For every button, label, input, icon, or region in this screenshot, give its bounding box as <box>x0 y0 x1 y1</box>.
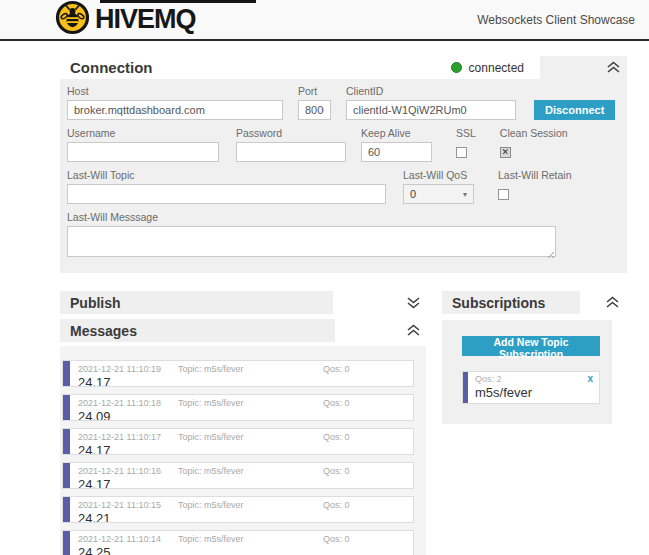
message-color-bar <box>63 463 70 488</box>
clientid-label: ClientID <box>346 85 516 97</box>
message-payload: 24.25 <box>78 545 407 555</box>
message-qos: Qos: 0 <box>323 466 350 476</box>
message-qos: Qos: 0 <box>323 500 350 510</box>
message-payload: 24.17 <box>78 477 407 489</box>
message-topic: Topic: m5s/fever <box>178 534 323 544</box>
message-qos: Qos: 0 <box>323 398 350 408</box>
last-will-qos-select[interactable]: 0 ▾ <box>403 184 474 204</box>
last-will-topic-label: Last-Will Topic <box>67 169 386 181</box>
message-topic: Topic: m5s/fever <box>178 466 323 476</box>
subscriptions-title: Subscriptions <box>452 295 545 311</box>
remove-subscription-button[interactable]: x <box>587 374 593 384</box>
last-will-topic-input[interactable] <box>67 184 386 204</box>
keep-alive-input[interactable] <box>361 142 432 162</box>
host-label: Host <box>67 85 283 97</box>
message-timestamp: 2021-12-21 11:10:19 <box>78 364 178 374</box>
last-will-retain-checkbox[interactable] <box>498 189 509 200</box>
messages-list: 2021-12-21 11:10:19 Topic: m5s/fever Qos… <box>60 346 426 555</box>
message-qos: Qos: 0 <box>323 534 350 544</box>
messages-collapse-chevron-up-icon[interactable] <box>406 319 421 342</box>
connection-title: Connection <box>60 56 153 79</box>
port-input[interactable] <box>298 100 331 120</box>
clientid-input[interactable] <box>346 100 516 120</box>
connection-header: Connection connected <box>60 56 627 79</box>
connection-form: Host Port ClientID Disconnect Username <box>60 79 627 273</box>
username-label: Username <box>67 127 219 139</box>
hivemq-wordmark: HIVEMQ <box>95 4 196 35</box>
message-card: 2021-12-21 11:10:19 Topic: m5s/fever Qos… <box>62 360 414 387</box>
connection-status-badge: connected <box>441 56 540 79</box>
messages-header: Messages <box>60 319 426 342</box>
last-will-message-label: Last-Will Messsage <box>67 211 556 223</box>
message-topic: Topic: m5s/fever <box>178 398 323 408</box>
message-topic: Topic: m5s/fever <box>178 432 323 442</box>
subscription-card: Qos: 2 x m5s/fever <box>462 371 600 404</box>
message-card: 2021-12-21 11:10:17 Topic: m5s/fever Qos… <box>62 428 414 455</box>
subscriptions-header: Subscriptions <box>442 291 625 314</box>
last-will-retain-label: Last-Will Retain <box>498 169 572 181</box>
keep-alive-label: Keep Alive <box>361 127 432 139</box>
publish-title: Publish <box>70 295 121 311</box>
message-color-bar <box>63 395 70 420</box>
publish-expand-chevron-down-icon[interactable] <box>406 291 421 314</box>
messages-title: Messages <box>70 323 137 339</box>
top-edge-artifact <box>100 0 256 3</box>
password-label: Password <box>236 127 346 139</box>
message-timestamp: 2021-12-21 11:10:16 <box>78 466 178 476</box>
ssl-checkbox[interactable] <box>456 147 467 158</box>
disconnect-button[interactable]: Disconnect <box>534 100 615 120</box>
message-qos: Qos: 0 <box>323 364 350 374</box>
username-input[interactable] <box>67 142 219 162</box>
publish-header: Publish <box>60 291 426 314</box>
clean-session-label: Clean Session <box>500 127 568 139</box>
subscription-topic: m5s/fever <box>475 385 593 400</box>
message-qos: Qos: 0 <box>323 432 350 442</box>
message-payload: 24.09 <box>78 409 407 421</box>
port-label: Port <box>298 85 331 97</box>
message-color-bar <box>63 429 70 454</box>
message-timestamp: 2021-12-21 11:10:14 <box>78 534 178 544</box>
message-payload: 24.21 <box>78 511 407 523</box>
connection-panel: Connection connected Host <box>60 56 627 273</box>
connection-collapse-chevron-up-icon[interactable] <box>606 61 621 74</box>
last-will-qos-value: 0 <box>410 188 416 200</box>
message-topic: Topic: m5s/fever <box>178 500 323 510</box>
message-payload: 24.17 <box>78 443 407 455</box>
app-header: HIVEMQ Websockets Client Showcase <box>0 0 649 41</box>
message-card: 2021-12-21 11:10:18 Topic: m5s/fever Qos… <box>62 394 414 421</box>
add-subscription-button[interactable]: Add New Topic Subscription <box>462 336 600 356</box>
last-will-message-textarea[interactable] <box>67 226 556 257</box>
message-timestamp: 2021-12-21 11:10:18 <box>78 398 178 408</box>
status-dot-icon <box>451 62 462 73</box>
message-topic: Topic: m5s/fever <box>178 364 323 374</box>
message-timestamp: 2021-12-21 11:10:15 <box>78 500 178 510</box>
page-title: Websockets Client Showcase <box>477 13 635 27</box>
message-card: 2021-12-21 11:10:15 Topic: m5s/fever Qos… <box>62 496 414 523</box>
message-payload: 24.17 <box>78 375 407 387</box>
message-color-bar <box>63 531 70 555</box>
subscription-color-bar <box>463 372 468 403</box>
last-will-qos-label: Last-Will QoS <box>403 169 474 181</box>
message-color-bar <box>63 497 70 522</box>
subscriptions-collapse-chevron-up-icon[interactable] <box>605 291 620 314</box>
subscriptions-panel-body: Add New Topic Subscription Qos: 2 x m5s/… <box>442 320 612 424</box>
clean-session-checkbox[interactable]: ✕ <box>500 147 511 158</box>
message-timestamp: 2021-12-21 11:10:17 <box>78 432 178 442</box>
host-input[interactable] <box>67 100 283 120</box>
subscription-qos: Qos: 2 <box>475 374 502 384</box>
message-color-bar <box>63 361 70 386</box>
password-input[interactable] <box>236 142 346 162</box>
status-label: connected <box>469 61 524 75</box>
message-card: 2021-12-21 11:10:16 Topic: m5s/fever Qos… <box>62 462 414 489</box>
message-card: 2021-12-21 11:10:14 Topic: m5s/fever Qos… <box>62 530 414 555</box>
select-arrow-icon: ▾ <box>463 190 467 199</box>
hivemq-brand: HIVEMQ <box>55 0 196 39</box>
subscriptions-list: Qos: 2 x m5s/fever <box>462 371 600 404</box>
ssl-label: SSL <box>456 127 476 139</box>
hivemq-bee-icon <box>55 0 90 39</box>
